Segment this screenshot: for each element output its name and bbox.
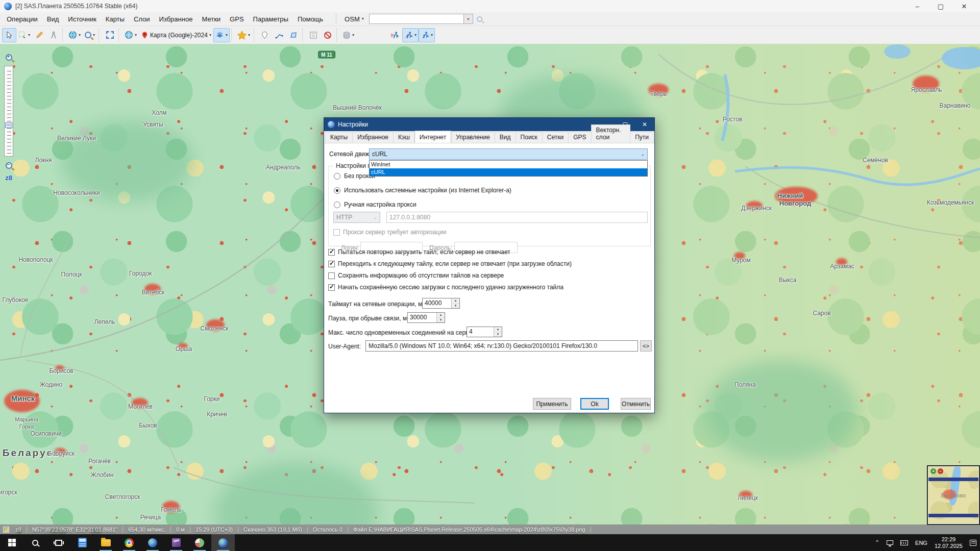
task-view-button[interactable] — [47, 534, 70, 551]
geosearch-history-button[interactable]: ▾ — [464, 14, 473, 24]
add-placemark-button[interactable] — [258, 28, 272, 42]
taskbar-app-chrome[interactable] — [117, 534, 141, 551]
search-icon[interactable] — [477, 16, 482, 21]
gps-track-button[interactable]: ▾ — [402, 28, 419, 42]
window-maximize-button[interactable]: ▢ — [929, 0, 952, 12]
settings-tab[interactable]: Избранное — [352, 132, 394, 143]
spinner-arrows[interactable]: ▲▼ — [436, 313, 445, 322]
placemark-outline-icon — [261, 31, 268, 39]
settings-tab[interactable]: Кэш — [393, 132, 415, 143]
option-checkbox[interactable]: Переходить к следующему тайлу, если серв… — [328, 260, 572, 268]
favorites-button[interactable]: ▾ — [235, 28, 252, 42]
window-minimize-button[interactable]: – — [905, 0, 929, 12]
settings-tab[interactable]: Пути — [630, 132, 654, 143]
selection-tool-button[interactable]: ▾ — [16, 28, 32, 42]
dialog-close-button[interactable]: ✕ — [635, 118, 654, 131]
taskbar-app-explorer[interactable] — [94, 534, 117, 551]
proxy-auth-checkbox[interactable]: Прокси сервер требует авторизации — [333, 228, 447, 236]
menu-item[interactable]: Вид — [42, 13, 64, 25]
settings-tab[interactable]: Векторн. слои — [591, 124, 631, 143]
window-close-button[interactable]: ✕ — [952, 0, 976, 12]
start-button[interactable] — [0, 534, 23, 551]
menu-item[interactable]: Избранное — [155, 13, 198, 25]
menu-item[interactable]: Параметры — [249, 13, 293, 25]
settings-tab[interactable]: Управление — [451, 132, 495, 143]
overview-minimap[interactable]: Балаково + − — [927, 465, 980, 525]
cache-storage-button[interactable]: ▾ — [340, 28, 356, 42]
navigation-tool-button[interactable] — [46, 28, 61, 42]
menu-item[interactable]: Метки — [197, 13, 225, 25]
add-polygon-button[interactable] — [286, 28, 301, 42]
map-place-label: Солигорск — [0, 489, 17, 496]
timeout-spinner[interactable]: 40000 ▲▼ — [422, 298, 460, 309]
search-source-button[interactable]: OSM ▾ — [342, 14, 366, 24]
menu-item[interactable]: Операции — [2, 13, 42, 25]
notification-icon[interactable] — [966, 534, 980, 551]
minimap-zoom-out-button[interactable]: − — [938, 468, 943, 474]
pause-spinner[interactable]: 30000 ▲▼ — [407, 312, 445, 323]
menu-item[interactable]: Слои — [129, 13, 155, 25]
settings-tab[interactable]: Поиск — [516, 132, 543, 143]
taskbar-app-viewer[interactable] — [164, 534, 188, 551]
taskbar-app-calculator[interactable] — [70, 534, 94, 551]
engine-option[interactable]: cURL — [370, 168, 647, 176]
cancel-button[interactable]: Отменить — [621, 398, 651, 410]
keyboard-icon[interactable] — [897, 534, 912, 551]
fullscreen-button[interactable] — [103, 28, 117, 42]
radio-manual-proxy[interactable]: Ручная настройка прокси — [334, 201, 416, 208]
tray-chevron-icon[interactable]: ⌃ — [871, 534, 883, 551]
network-engine-combobox[interactable]: cURL ⌄ — [369, 148, 648, 160]
settings-tab[interactable]: Карты — [325, 132, 353, 143]
tray-language[interactable]: ENG — [912, 534, 931, 551]
placemark-manager-button[interactable] — [306, 28, 321, 42]
max-connections-spinner[interactable]: 4 ▲▼ — [467, 327, 502, 337]
map-source-globe-button[interactable]: ▾ — [122, 28, 139, 42]
add-path-button[interactable] — [272, 28, 286, 42]
hide-marks-button[interactable] — [321, 28, 335, 42]
network-icon[interactable] — [883, 534, 897, 551]
apply-button[interactable]: Применить — [533, 398, 571, 410]
minimap-zoom-in-button[interactable]: + — [930, 468, 936, 474]
spinner-arrows[interactable]: ▲▼ — [494, 327, 502, 337]
zoom-tool-button[interactable]: ▾ — [83, 28, 97, 42]
taskbar-app-sasplanet[interactable] — [141, 534, 164, 551]
zoom-in-button[interactable]: + — [3, 51, 15, 63]
gps-marker-button[interactable]: ▾ — [419, 28, 435, 42]
zoom-slider[interactable] — [4, 66, 13, 157]
proxy-address-input[interactable]: 127.0.0.1:8080 — [386, 212, 648, 223]
taskbar-app-osm[interactable] — [188, 534, 211, 551]
pointer-tool-button[interactable] — [2, 28, 16, 42]
menu-item[interactable]: Карты — [101, 13, 129, 25]
geosearch-input[interactable] — [369, 14, 464, 24]
settings-tab[interactable]: Интернет — [414, 131, 451, 143]
zoom-slider-handle[interactable] — [5, 122, 12, 128]
user-agent-input[interactable]: Mozilla/5.0 (Windows NT 10.0; Win64; x64… — [365, 340, 638, 352]
option-checkbox[interactable]: Пытаться повторно загрузить тайл, если с… — [328, 248, 572, 256]
option-checkbox[interactable]: Начать сохранённую сессию загрузки с пос… — [328, 283, 572, 291]
taskbar-search-button[interactable] — [23, 534, 47, 551]
gps-connect-button[interactable] — [388, 28, 402, 42]
engine-option[interactable]: WinInet — [370, 161, 647, 168]
ok-button[interactable]: Ok — [580, 398, 609, 410]
map-select-button[interactable]: Карта (Google)-2024 ▾ — [139, 28, 213, 42]
internet-cache-mode-button[interactable]: ▾ — [66, 28, 83, 42]
user-agent-edit-button[interactable]: <> — [640, 340, 652, 352]
proxy-type-select[interactable]: HTTP ⌄ — [333, 212, 380, 223]
settings-tab[interactable]: Сетки — [542, 132, 569, 143]
proxy-type-value: HTTP — [336, 214, 352, 221]
radio-system-proxy[interactable]: Использовать системные настройки (из Int… — [334, 187, 511, 194]
spin-up-icon: ▲ — [452, 298, 459, 304]
menu-item[interactable]: Источник — [63, 13, 101, 25]
layers-button[interactable]: ▾ — [213, 28, 230, 42]
settings-tab[interactable]: GPS — [568, 132, 591, 143]
spinner-arrows[interactable]: ▲▼ — [451, 298, 459, 308]
zoom-out-button[interactable]: − — [3, 159, 15, 171]
option-checkbox[interactable]: Сохранять информацию об отсутствии тайло… — [328, 271, 572, 280]
taskbar-app-sasplanet-active[interactable] — [211, 534, 235, 551]
tray-clock[interactable]: 22:2912.07.2025 — [931, 534, 966, 551]
settings-tab[interactable]: Вид — [495, 132, 516, 143]
measure-tool-button[interactable] — [32, 28, 46, 42]
map-place-label: Вышний Волочёк — [333, 104, 382, 111]
menu-item[interactable]: GPS — [225, 13, 248, 25]
menu-item[interactable]: Помощь — [293, 13, 328, 25]
